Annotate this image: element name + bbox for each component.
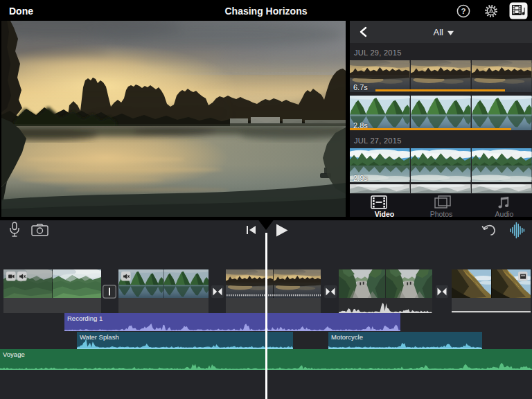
svg-text:?: ? xyxy=(461,7,466,15)
